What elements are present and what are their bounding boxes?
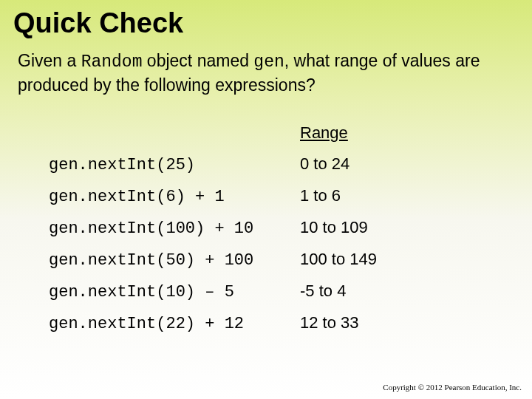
header-empty (49, 117, 300, 149)
table-row: gen.nextInt(50) + 100 100 to 149 (49, 244, 463, 276)
range-cell: 10 to 109 (300, 212, 463, 244)
table-row: gen.nextInt(6) + 1 1 to 6 (49, 180, 463, 212)
table-header-row: Range (49, 117, 463, 149)
range-header: Range (300, 123, 348, 142)
slide-title: Quick Check (0, 0, 532, 39)
expr-cell: gen.nextInt(6) + 1 (49, 180, 300, 212)
range-cell: -5 to 4 (300, 276, 463, 307)
expr-cell: gen.nextInt(25) (49, 149, 300, 180)
table-row: gen.nextInt(100) + 10 10 to 109 (49, 212, 463, 244)
table-row: gen.nextInt(22) + 12 12 to 33 (49, 307, 463, 339)
range-cell: 0 to 24 (300, 149, 463, 180)
question-part1: Given a (18, 51, 81, 70)
code-gen: gen (253, 52, 284, 72)
expr-cell: gen.nextInt(22) + 12 (49, 307, 300, 339)
expression-table: Range gen.nextInt(25) 0 to 24 gen.nextIn… (0, 97, 532, 339)
table-row: gen.nextInt(10) – 5 -5 to 4 (49, 276, 463, 307)
question-part2: object named (142, 51, 253, 70)
range-cell: 12 to 33 (300, 307, 463, 339)
expr-cell: gen.nextInt(10) – 5 (49, 276, 300, 307)
copyright-text: Copyright © 2012 Pearson Education, Inc. (383, 383, 522, 392)
expr-cell: gen.nextInt(100) + 10 (49, 212, 300, 244)
range-cell: 1 to 6 (300, 180, 463, 212)
question-text: Given a Random object named gen, what ra… (0, 39, 532, 97)
table-row: gen.nextInt(25) 0 to 24 (49, 149, 463, 180)
code-random: Random (81, 52, 143, 72)
range-cell: 100 to 149 (300, 244, 463, 276)
expr-cell: gen.nextInt(50) + 100 (49, 244, 300, 276)
